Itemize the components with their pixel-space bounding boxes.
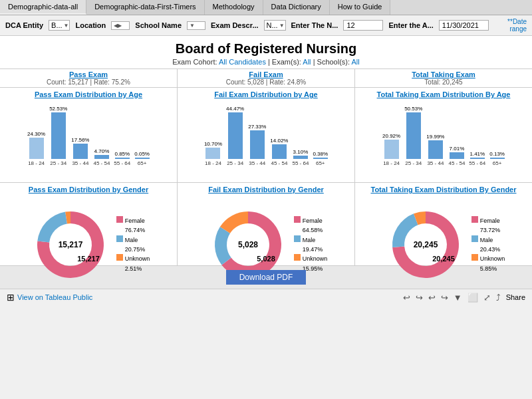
bar-rect bbox=[228, 112, 243, 159]
bar-rect bbox=[94, 155, 109, 159]
pass-gender-legend: Female76.74% Male20.75% Unknown2.51% bbox=[116, 216, 150, 273]
share-icon[interactable]: ⤴ bbox=[496, 293, 501, 303]
bar-percent-label: 0.13% bbox=[489, 151, 505, 157]
bar-percent-label: 0.38% bbox=[313, 151, 328, 157]
bar-percent-label: 4.70% bbox=[94, 148, 110, 154]
total-exam-title[interactable]: Total Taking Exam bbox=[358, 70, 529, 78]
total-gender-legend: Female73.72% Male20.43% Unknown5.85% bbox=[471, 216, 505, 273]
tab-bar: Demographic-data-all Demographic-data-Fi… bbox=[0, 0, 532, 15]
bar-rect bbox=[205, 148, 220, 159]
expand-icon[interactable]: ⤢ bbox=[483, 293, 491, 303]
bar-rect bbox=[29, 138, 44, 159]
tab-demographic-first[interactable]: Demographic-data-First-Timers bbox=[86, 0, 204, 15]
bar-group: 0.05%65+ bbox=[134, 151, 150, 166]
bar-percent-label: 52.53% bbox=[49, 106, 67, 112]
nav-arrow[interactable]: ▼ bbox=[454, 293, 462, 303]
bar-rect bbox=[313, 158, 328, 159]
bar-age-label: 25 - 34 bbox=[227, 160, 243, 166]
bar-percent-label: 24.30% bbox=[27, 131, 45, 137]
dashboard-subtitle: Exam Cohort: All Candidates | Exam(s): A… bbox=[0, 58, 532, 66]
exam-desc-select[interactable]: N... ▼ bbox=[264, 20, 286, 31]
bar-group: 50.53%25 - 34 bbox=[404, 106, 422, 166]
fail-age-cell: Fail Exam Distribution by Age 10.70%18 -… bbox=[178, 88, 355, 182]
exam-desc-arrow: ▼ bbox=[279, 23, 285, 29]
download-pdf-button[interactable]: Download PDF bbox=[226, 270, 307, 285]
tab-data-dictionary[interactable]: Data Dictionary bbox=[263, 0, 330, 15]
pass-gender-title: Pass Exam Distribution by Gender bbox=[3, 186, 174, 194]
bar-percent-label: 50.53% bbox=[404, 106, 422, 112]
fail-exam-summary: Fail Exam Count: 5,028 | Rate: 24.8% bbox=[178, 69, 355, 87]
bar-percent-label: 20.92% bbox=[382, 133, 400, 139]
bar-age-label: 45 - 54 bbox=[448, 160, 465, 166]
enter-n-input[interactable] bbox=[343, 20, 383, 31]
enter-n-label: Enter The N... bbox=[291, 21, 338, 29]
bar-age-label: 45 - 54 bbox=[93, 160, 110, 166]
bar-group: 0.13%65+ bbox=[489, 151, 505, 166]
dca-entity-select[interactable]: B... ▼ bbox=[49, 20, 70, 31]
bar-rect bbox=[250, 130, 265, 159]
all-exams-link[interactable]: All bbox=[303, 58, 311, 66]
all-candidates-link[interactable]: All Candidates bbox=[219, 58, 266, 66]
bar-group: 1.41%55 - 64 bbox=[469, 151, 485, 166]
undo2-icon[interactable]: ↩ bbox=[428, 293, 436, 303]
bar-group: 10.70%18 - 24 bbox=[204, 141, 222, 166]
fail-exam-stat: Count: 5,028 | Rate: 24.8% bbox=[180, 78, 352, 86]
bar-age-label: 65+ bbox=[316, 160, 325, 166]
redo2-icon[interactable]: ↪ bbox=[441, 293, 448, 303]
tableau-label[interactable]: View on Tableau Public bbox=[17, 293, 92, 301]
bar-rect bbox=[470, 158, 485, 159]
dashboard-title: Board of Registered Nursing bbox=[0, 36, 532, 58]
bar-group: 0.85%55 - 64 bbox=[114, 151, 130, 166]
tab-methodology[interactable]: Methodology bbox=[205, 0, 263, 15]
pass-age-cell: Pass Exam Distribution by Age 24.30%18 -… bbox=[0, 88, 178, 182]
bar-group: 7.01%45 - 54 bbox=[448, 146, 465, 166]
bar-percent-label: 14.02% bbox=[270, 138, 288, 144]
summary-row: Pass Exam Count: 15,217 | Rate: 75.2% Fa… bbox=[0, 68, 532, 87]
fail-age-chart: 10.70%18 - 2444.47%25 - 3427.33%35 - 441… bbox=[180, 100, 352, 180]
bar-group: 44.47%25 - 34 bbox=[226, 106, 244, 166]
bar-group: 52.53%25 - 34 bbox=[49, 106, 67, 166]
bar-group: 24.30%18 - 24 bbox=[27, 131, 45, 166]
pass-age-title: Pass Exam Distribution by Age bbox=[3, 90, 174, 98]
pass-exam-title[interactable]: Pass Exam bbox=[3, 70, 174, 78]
total-gender-cell: Total Taking Exam Distribution By Gender… bbox=[355, 183, 532, 265]
fail-exam-title[interactable]: Fail Exam bbox=[180, 70, 352, 78]
total-gender-total: 20,245 bbox=[358, 255, 529, 263]
bar-percent-label: 19.99% bbox=[426, 134, 444, 140]
pass-exam-summary: Pass Exam Count: 15,217 | Rate: 75.2% bbox=[0, 69, 178, 87]
tab-how-to-guide[interactable]: How to Guide bbox=[330, 0, 391, 15]
monitor-icon[interactable]: ⬜ bbox=[467, 293, 478, 303]
bar-age-label: 55 - 64 bbox=[292, 160, 309, 166]
tab-demographic-all[interactable]: Demographic-data-all bbox=[0, 0, 86, 15]
share-label[interactable]: Share bbox=[506, 293, 525, 301]
footer-right: ↩ ↪ ↩ ↪ ▼ ⬜ ⤢ ⤴ Share bbox=[403, 293, 525, 303]
bar-group: 4.70%45 - 54 bbox=[93, 148, 110, 166]
dca-dropdown-arrow: ▼ bbox=[64, 23, 69, 29]
school-name-select[interactable]: ▼ bbox=[187, 21, 205, 30]
bar-age-label: 35 - 44 bbox=[427, 160, 444, 166]
bar-percent-label: 1.41% bbox=[469, 151, 485, 157]
bar-rect bbox=[51, 112, 66, 159]
footer-left: ⊞ View on Tableau Public bbox=[7, 292, 92, 303]
school-dropdown-arrow: ▼ bbox=[190, 23, 195, 29]
total-age-chart: 20.92%18 - 2450.53%25 - 3419.99%35 - 447… bbox=[358, 100, 529, 180]
fail-gender-title: Fail Exam Distribution by Gender bbox=[180, 186, 352, 194]
date-range-note[interactable]: **Date range bbox=[494, 18, 527, 33]
bar-percent-label: 0.05% bbox=[134, 151, 150, 157]
enter-a-input[interactable] bbox=[439, 20, 489, 31]
enter-a-label: Enter the A... bbox=[388, 21, 433, 29]
bar-rect bbox=[293, 156, 308, 159]
school-name-label: School Name bbox=[135, 21, 182, 29]
dca-entity-value: B... bbox=[51, 21, 63, 29]
total-age-title: Total Taking Exam Distribution By Age bbox=[358, 90, 529, 98]
bar-group: 20.92%18 - 24 bbox=[382, 133, 400, 166]
bar-percent-label: 7.01% bbox=[450, 146, 465, 152]
exam-desc-label: Exam Descr... bbox=[211, 21, 259, 29]
bar-age-label: 35 - 44 bbox=[72, 160, 88, 166]
all-schools-link[interactable]: All bbox=[352, 58, 360, 66]
undo-icon[interactable]: ↩ bbox=[403, 293, 410, 303]
redo-icon[interactable]: ↪ bbox=[416, 293, 423, 303]
total-gender-donut: 20,245 bbox=[382, 201, 469, 288]
location-select[interactable]: ◀▶ bbox=[111, 21, 130, 30]
bar-rect bbox=[384, 140, 399, 159]
